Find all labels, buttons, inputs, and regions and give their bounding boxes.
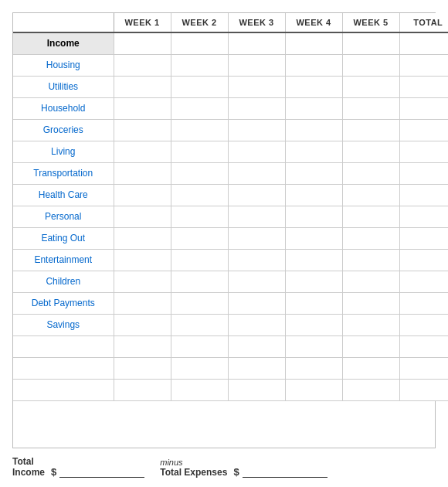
cell[interactable] [171, 206, 228, 227]
cell[interactable] [114, 357, 171, 379]
cell[interactable] [114, 292, 171, 314]
cell[interactable] [171, 97, 228, 119]
cell[interactable] [171, 357, 228, 379]
cell[interactable] [399, 162, 448, 184]
cell[interactable] [399, 379, 448, 400]
cell[interactable] [285, 206, 342, 227]
cell[interactable] [399, 76, 448, 97]
cell[interactable] [228, 206, 285, 227]
cell[interactable] [399, 184, 448, 206]
cell[interactable] [228, 227, 285, 249]
cell[interactable] [342, 271, 399, 292]
expenses-line[interactable] [243, 467, 328, 478]
cell[interactable] [114, 206, 171, 227]
cell[interactable] [399, 119, 448, 141]
cell[interactable] [228, 292, 285, 314]
cell[interactable] [171, 141, 228, 162]
cell[interactable] [399, 314, 448, 335]
cell[interactable] [285, 54, 342, 76]
cell[interactable] [399, 271, 448, 292]
cell[interactable] [285, 357, 342, 379]
cell[interactable] [399, 292, 448, 314]
cell[interactable] [114, 379, 171, 400]
cell[interactable] [114, 32, 171, 54]
cell[interactable] [285, 119, 342, 141]
cell[interactable] [228, 314, 285, 335]
cell[interactable] [228, 119, 285, 141]
cell[interactable] [171, 335, 228, 357]
cell[interactable] [114, 271, 171, 292]
cell[interactable] [342, 335, 399, 357]
cell[interactable] [114, 54, 171, 76]
cell[interactable] [342, 162, 399, 184]
cell[interactable] [399, 54, 448, 76]
cell[interactable] [114, 162, 171, 184]
cell[interactable] [114, 249, 171, 271]
cell[interactable] [342, 314, 399, 335]
cell[interactable] [228, 32, 285, 54]
cell[interactable] [399, 357, 448, 379]
cell[interactable] [171, 76, 228, 97]
cell[interactable] [114, 227, 171, 249]
cell[interactable] [285, 32, 342, 54]
cell[interactable] [114, 119, 171, 141]
cell[interactable] [342, 76, 399, 97]
cell[interactable] [171, 314, 228, 335]
cell[interactable] [399, 206, 448, 227]
cell[interactable] [228, 141, 285, 162]
cell[interactable] [228, 379, 285, 400]
cell[interactable] [228, 357, 285, 379]
cell[interactable] [399, 32, 448, 54]
cell[interactable] [171, 162, 228, 184]
cell[interactable] [171, 249, 228, 271]
cell[interactable] [228, 249, 285, 271]
cell[interactable] [342, 249, 399, 271]
cell[interactable] [114, 141, 171, 162]
cell[interactable] [171, 54, 228, 76]
cell[interactable] [171, 292, 228, 314]
cell[interactable] [114, 335, 171, 357]
cell[interactable] [342, 97, 399, 119]
cell[interactable] [114, 184, 171, 206]
cell[interactable] [285, 227, 342, 249]
cell[interactable] [171, 271, 228, 292]
cell[interactable] [228, 76, 285, 97]
cell[interactable] [399, 227, 448, 249]
cell[interactable] [171, 379, 228, 400]
cell[interactable] [342, 227, 399, 249]
cell[interactable] [285, 271, 342, 292]
cell[interactable] [285, 162, 342, 184]
cell[interactable] [342, 184, 399, 206]
cell[interactable] [399, 141, 448, 162]
cell[interactable] [114, 314, 171, 335]
cell[interactable] [285, 249, 342, 271]
cell[interactable] [171, 227, 228, 249]
cell[interactable] [285, 76, 342, 97]
cell[interactable] [114, 97, 171, 119]
cell[interactable] [342, 141, 399, 162]
cell[interactable] [342, 32, 399, 54]
cell[interactable] [399, 249, 448, 271]
cell[interactable] [228, 54, 285, 76]
income-line[interactable] [59, 467, 144, 478]
cell[interactable] [285, 292, 342, 314]
cell[interactable] [399, 97, 448, 119]
cell[interactable] [342, 357, 399, 379]
cell[interactable] [342, 119, 399, 141]
cell[interactable] [285, 97, 342, 119]
cell[interactable] [171, 119, 228, 141]
cell[interactable] [114, 76, 171, 97]
cell[interactable] [228, 97, 285, 119]
cell[interactable] [285, 335, 342, 357]
cell[interactable] [228, 335, 285, 357]
cell[interactable] [342, 292, 399, 314]
cell[interactable] [228, 271, 285, 292]
cell[interactable] [342, 54, 399, 76]
cell[interactable] [228, 184, 285, 206]
cell[interactable] [342, 206, 399, 227]
cell[interactable] [171, 32, 228, 54]
cell[interactable] [285, 379, 342, 400]
cell[interactable] [342, 379, 399, 400]
cell[interactable] [285, 184, 342, 206]
cell[interactable] [228, 162, 285, 184]
